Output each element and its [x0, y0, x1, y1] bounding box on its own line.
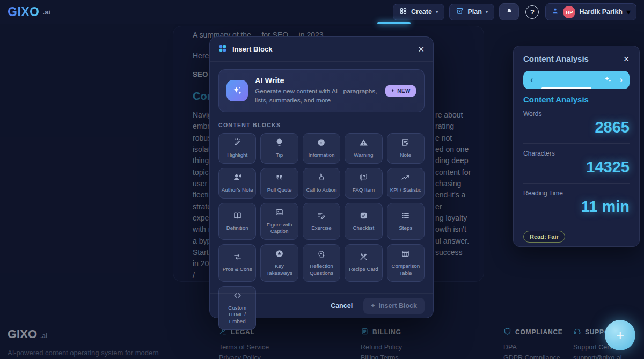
- info-icon: [317, 138, 326, 149]
- plan-button-label: Plan: [467, 8, 481, 16]
- block-tile-definition[interactable]: Definition: [218, 203, 256, 240]
- chevron-right-icon[interactable]: ›: [620, 75, 623, 85]
- readability-badge: Read: Fair: [523, 231, 565, 243]
- cancel-button[interactable]: Cancel: [331, 302, 353, 310]
- app-logo: GIXO: [8, 5, 40, 19]
- block-tile-authors-note[interactable]: Author's Note: [218, 168, 256, 199]
- stat-label: Words: [523, 110, 630, 118]
- checkbox-icon: [359, 211, 368, 222]
- top-nav: GIXO .ai Create ▾ Plan ▾ ? HP Hardik: [0, 0, 644, 24]
- modal-title: Insert Block: [232, 45, 272, 53]
- pointer-icon: [317, 173, 326, 184]
- trending-up-icon: [401, 173, 410, 184]
- block-tile-figure-with-caption[interactable]: Figure with Caption: [260, 203, 298, 240]
- block-tile-key-takeaways[interactable]: Key Takeaways: [260, 244, 298, 281]
- block-tile-pros-cons[interactable]: Pros & Cons: [218, 244, 256, 281]
- block-tile-warning[interactable]: Warning: [345, 133, 382, 164]
- chevron-down-icon: ▾: [436, 9, 438, 14]
- mind-icon: [317, 249, 326, 260]
- ai-write-card[interactable]: AI Write Generate new content with AI - …: [218, 69, 425, 112]
- user-menu[interactable]: HP Hardik Parikh ▾: [545, 3, 636, 20]
- content-analysis-panel: Content Analysis ✕ ‹ › Content Analysis …: [513, 46, 640, 247]
- help-button[interactable]: ?: [525, 5, 539, 19]
- person-icon: [551, 7, 559, 17]
- help-icon: ?: [530, 8, 535, 16]
- plus-icon: +: [371, 302, 375, 310]
- bell-icon: [505, 6, 514, 17]
- quote-icon: [275, 173, 284, 184]
- book-icon: [233, 211, 242, 222]
- block-tile-information[interactable]: Information: [303, 133, 340, 164]
- active-tab-indicator: [377, 22, 411, 24]
- insert-block-button[interactable]: + Insert Block: [363, 298, 425, 314]
- new-badge: NEW: [385, 85, 416, 97]
- warning-triangle-icon: [359, 138, 368, 149]
- block-tile-call-to-action[interactable]: Call to Action: [303, 168, 340, 199]
- nav-actions: Create ▾ Plan ▾ ? HP Hardik Parikh ▾: [393, 3, 636, 20]
- create-button[interactable]: Create ▾: [393, 4, 444, 20]
- bolt-icon: [391, 87, 395, 94]
- block-tile-pull-quote[interactable]: Pull Quote: [260, 168, 298, 199]
- lightbulb-icon: [275, 138, 284, 149]
- chevron-left-icon[interactable]: ‹: [530, 75, 533, 85]
- stat-reading-time: Reading Time 11 min: [523, 184, 630, 223]
- block-tile-exercise[interactable]: Exercise: [303, 203, 340, 240]
- faq-chat-icon: [359, 173, 368, 184]
- plan-button[interactable]: Plan ▾: [449, 4, 494, 20]
- analysis-section-title: Content Analysis: [523, 95, 630, 104]
- modal-header: Insert Block ✕: [210, 37, 433, 62]
- carousel-progress: [541, 87, 591, 89]
- opposing-arrows-icon: [233, 252, 242, 263]
- user-name: Hardik Parikh: [579, 8, 623, 16]
- notifications-button[interactable]: [499, 3, 519, 20]
- plan-box-icon: [456, 7, 464, 17]
- sparkles-icon: [603, 75, 612, 86]
- numbered-list-icon: [401, 211, 410, 222]
- block-tile-checklist[interactable]: Checklist: [345, 203, 382, 240]
- stat-label: Characters: [523, 150, 630, 157]
- app-logo-suffix: .ai: [43, 8, 50, 16]
- stat-words: Words 2865: [523, 104, 630, 144]
- blocks-grid-icon: [218, 44, 227, 55]
- close-icon[interactable]: ✕: [418, 45, 425, 54]
- block-tile-kpi-statistic[interactable]: KPI / Statistic: [387, 168, 425, 199]
- insert-block-modal: Insert Block ✕ AI Write Generate new con…: [209, 36, 434, 318]
- chevron-down-icon: ▾: [626, 7, 631, 17]
- chevron-down-icon: ▾: [486, 9, 488, 14]
- panel-title: Content Analysis: [523, 54, 589, 63]
- block-tile-tip[interactable]: Tip: [260, 133, 298, 164]
- content-blocks-label: CONTENT BLOCKS: [218, 122, 425, 128]
- floating-add-button[interactable]: +: [605, 320, 635, 350]
- create-button-label: Create: [411, 8, 432, 16]
- block-tile-reflection-questions[interactable]: Reflection Questions: [303, 244, 340, 281]
- ai-write-text: AI Write Generate new content with AI - …: [255, 76, 378, 105]
- block-tile-faq-item[interactable]: FAQ Item: [345, 168, 382, 199]
- block-tile-recipe-card[interactable]: Recipe Card: [345, 244, 382, 281]
- stat-value: 2865: [523, 119, 630, 136]
- plus-icon: +: [616, 327, 624, 343]
- grid-icon: [399, 7, 407, 17]
- image-icon: [275, 208, 284, 219]
- table-columns-icon: [401, 249, 410, 260]
- exercise-lines-pencil-icon: [317, 211, 326, 222]
- stat-value: 11 min: [523, 198, 630, 216]
- speaking-person-icon: [233, 173, 242, 184]
- utensils-icon: [359, 252, 368, 263]
- panel-header: Content Analysis ✕: [523, 54, 630, 63]
- modal-footer: Cancel + Insert Block: [210, 293, 433, 318]
- star-circle-icon: [275, 249, 284, 260]
- stat-characters: Characters 14325: [523, 144, 630, 184]
- app-screen: GIXO .ai Create ▾ Plan ▾ ? HP Hardik: [0, 0, 644, 359]
- sparkles-icon: [226, 80, 248, 101]
- block-tile-steps[interactable]: Steps: [387, 203, 425, 240]
- block-tile-comparison-table[interactable]: Comparison Table: [387, 244, 425, 281]
- avatar: HP: [563, 6, 575, 18]
- stat-value: 14325: [523, 158, 630, 176]
- ai-write-description: Generate new content with AI - paragraph…: [255, 87, 378, 105]
- highlight-icon: [233, 138, 242, 149]
- block-tile-highlight[interactable]: Highlight: [218, 133, 256, 164]
- close-icon[interactable]: ✕: [623, 55, 630, 63]
- note-icon: [401, 138, 410, 149]
- block-tile-note[interactable]: Note: [387, 133, 425, 164]
- stat-label: Reading Time: [523, 189, 630, 197]
